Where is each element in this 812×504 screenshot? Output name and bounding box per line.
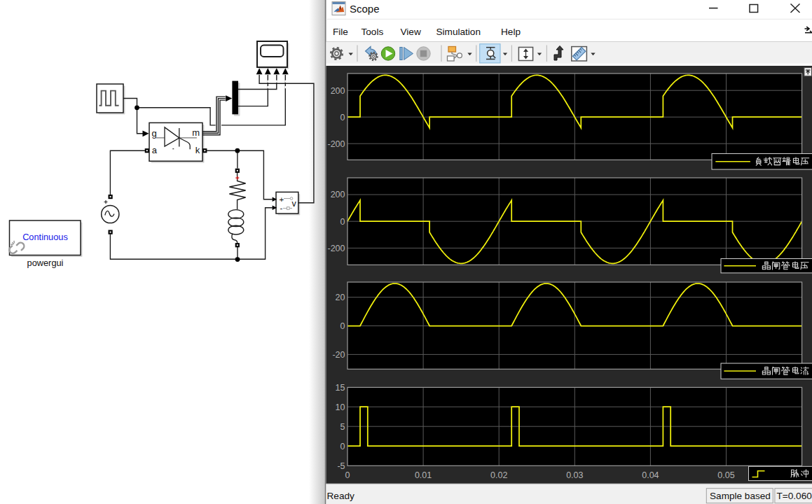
svg-text:g: g (152, 128, 157, 139)
svg-text:20: 20 (336, 293, 345, 302)
svg-text:T=0.060: T=0.060 (777, 491, 812, 501)
svg-text:0: 0 (340, 321, 345, 331)
svg-text:k: k (195, 145, 200, 155)
svg-text:0.02: 0.02 (490, 470, 507, 480)
svg-text:-: - (280, 204, 283, 212)
svg-text:Help: Help (501, 27, 521, 37)
svg-text:Scope: Scope (350, 3, 380, 15)
svg-text:File: File (333, 27, 348, 37)
svg-text:Simulation: Simulation (436, 27, 481, 37)
svg-text:Tools: Tools (362, 27, 384, 37)
svg-text:200: 200 (331, 86, 345, 96)
svg-text:a: a (152, 145, 158, 155)
svg-text:-5: -5 (337, 461, 345, 471)
svg-text:Sample based: Sample based (710, 491, 771, 501)
svg-text:0: 0 (340, 113, 345, 122)
svg-text:+: + (280, 195, 284, 204)
svg-text:View: View (401, 27, 421, 37)
svg-text:-200: -200 (327, 244, 345, 253)
svg-text:10: 10 (336, 402, 345, 412)
svg-text:Continuous: Continuous (22, 232, 68, 242)
svg-text:15: 15 (336, 383, 345, 393)
svg-text:-200: -200 (327, 139, 345, 149)
svg-text:v: v (292, 199, 297, 209)
svg-text:0.05: 0.05 (717, 470, 734, 480)
svg-text:Ready: Ready (327, 491, 355, 501)
svg-text:200: 200 (331, 190, 345, 200)
svg-text:0: 0 (340, 442, 345, 451)
svg-text:-20: -20 (332, 350, 345, 360)
svg-text:0.03: 0.03 (566, 470, 583, 480)
svg-text:m: m (192, 127, 200, 138)
svg-text:5: 5 (340, 422, 345, 432)
svg-text:0: 0 (345, 470, 350, 480)
svg-text:0: 0 (340, 217, 345, 227)
svg-text:powergui: powergui (27, 258, 64, 268)
svg-text:0.01: 0.01 (415, 470, 432, 480)
svg-text:0.04: 0.04 (642, 470, 659, 480)
